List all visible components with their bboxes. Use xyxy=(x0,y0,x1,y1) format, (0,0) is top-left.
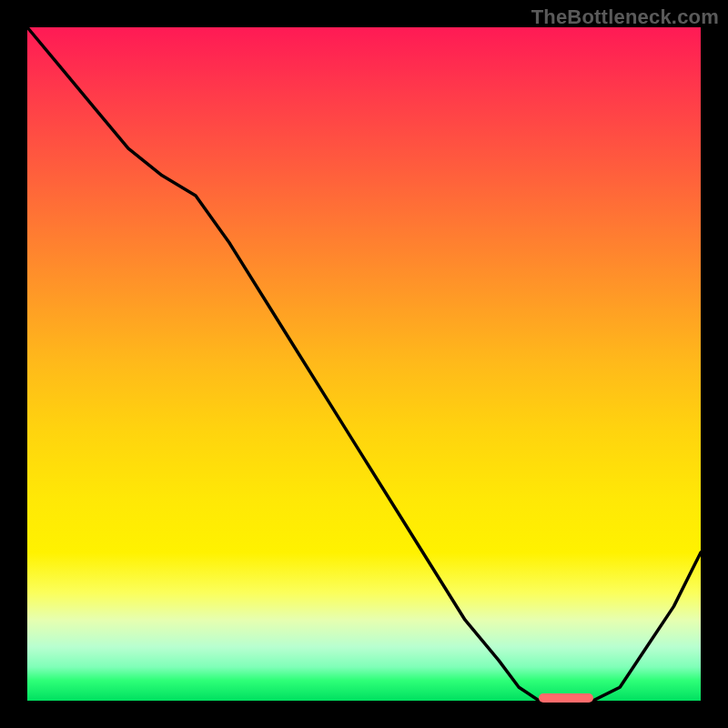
watermark-text: TheBottleneck.com xyxy=(531,5,719,29)
plot-area xyxy=(27,27,701,701)
optimal-range-marker xyxy=(539,693,592,703)
chart-frame: TheBottleneck.com xyxy=(0,0,728,728)
bottleneck-curve xyxy=(27,27,701,701)
